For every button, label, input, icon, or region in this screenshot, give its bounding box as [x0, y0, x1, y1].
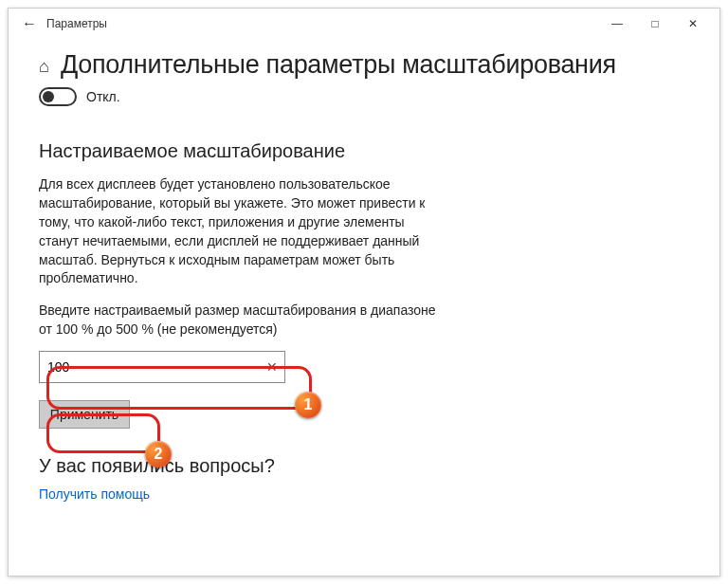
minimize-button[interactable]: —	[598, 10, 636, 37]
custom-scaling-input-label: Введите настраиваемый размер масштабиров…	[39, 302, 437, 339]
custom-scaling-heading: Настраиваемое масштабирование	[39, 140, 689, 162]
custom-scaling-description: Для всех дисплеев будет установлено поль…	[39, 175, 437, 288]
toggle-state-label: Откл.	[86, 89, 120, 104]
apply-button[interactable]: Применить	[39, 400, 130, 429]
clear-input-icon[interactable]: ✕	[266, 359, 278, 375]
titlebar: ← Параметры — □ ✕	[9, 9, 719, 39]
annotation-callout-1: 1	[295, 392, 321, 418]
get-help-link[interactable]: Получить помощь	[39, 486, 150, 502]
maximize-button[interactable]: □	[636, 10, 674, 37]
scaling-fix-toggle[interactable]	[39, 87, 77, 106]
toggle-knob-icon	[43, 91, 54, 102]
home-icon[interactable]: ⌂	[39, 57, 49, 77]
page-title: Дополнительные параметры масштабирования	[61, 50, 616, 80]
close-button[interactable]: ✕	[674, 10, 712, 37]
custom-scale-input[interactable]	[39, 351, 285, 383]
faq-heading: У вас появились вопросы?	[39, 455, 689, 477]
annotation-callout-2: 2	[145, 441, 172, 467]
back-arrow-icon[interactable]: ←	[16, 15, 43, 32]
window-controls: — □ ✕	[598, 10, 712, 37]
app-title-text: Параметры	[46, 17, 598, 30]
